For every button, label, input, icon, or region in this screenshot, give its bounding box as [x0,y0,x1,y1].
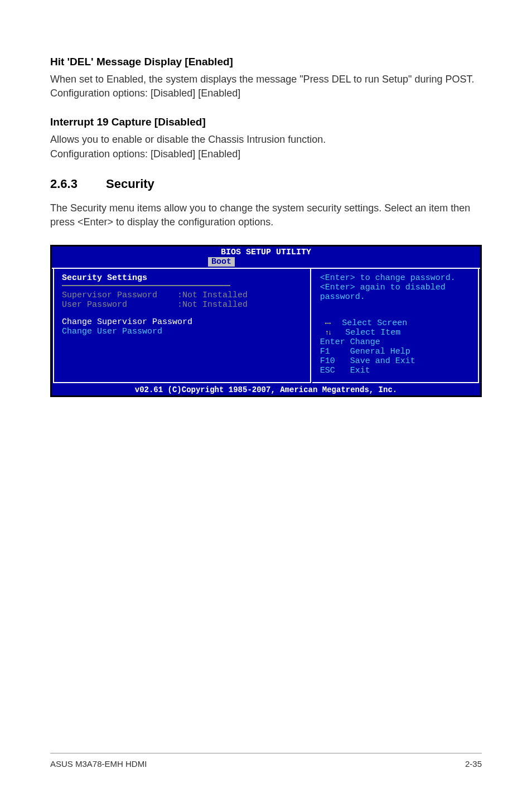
interrupt-body: Allows you to enable or disable the Chas… [50,133,482,161]
bios-title: BIOS SETUP UTILITY [221,248,311,257]
security-section-body: The Security menu items allow you to cha… [50,201,482,229]
nav-f1: F1 General Help [320,347,470,356]
hit-del-heading: Hit 'DEL' Message Display [Enabled] [50,56,482,68]
help-line-2: <Enter> again to disabled password. [320,283,470,302]
nav-select-item: Select Item [320,328,470,337]
bios-header: BIOS SETUP UTILITY Boot [52,247,480,268]
divider [62,285,230,286]
page-footer: ASUS M3A78-EMH HDMI 2-35 [50,753,482,769]
section-number: 2.6.3 [50,177,106,191]
security-settings-title: Security Settings [62,273,302,283]
bios-footer: v02.61 (C)Copyright 1985-2007, American … [52,384,480,395]
bios-right-panel: <Enter> to change password. <Enter> agai… [312,269,479,383]
nav-esc: ESC Exit [320,366,470,375]
change-user-password: Change User Password [62,327,302,336]
bios-body: Security Settings Supervisor Password :N… [52,268,480,384]
security-section-heading: 2.6.3Security [50,177,482,191]
bios-help-text: <Enter> to change password. <Enter> agai… [320,273,470,302]
nav-f10: F10 Save and Exit [320,356,470,366]
user-password-row: User Password :Not Installed [62,300,302,310]
help-line-1: <Enter> to change password. [320,273,470,283]
footer-model: ASUS M3A78-EMH HDMI [50,759,147,769]
bios-screenshot: BIOS SETUP UTILITY Boot Security Setting… [50,245,482,397]
footer-page-number: 2-35 [465,759,482,769]
hit-del-body: When set to Enabled, the system displays… [50,73,482,100]
nav-select-screen: Select Screen [320,318,470,328]
supervisor-password-row: Supervisor Password :Not Installed [62,291,302,300]
section-title: Security [106,177,154,191]
bios-left-panel: Security Settings Supervisor Password :N… [53,269,311,383]
bios-nav-help: Select Screen Select Item Enter Change F… [320,318,470,375]
bios-tab-boot: Boot [208,257,235,267]
nav-enter: Enter Change [320,337,470,347]
change-supervisor-password: Change Supervisor Password [62,317,302,327]
interrupt-heading: Interrupt 19 Capture [Disabled] [50,116,482,128]
